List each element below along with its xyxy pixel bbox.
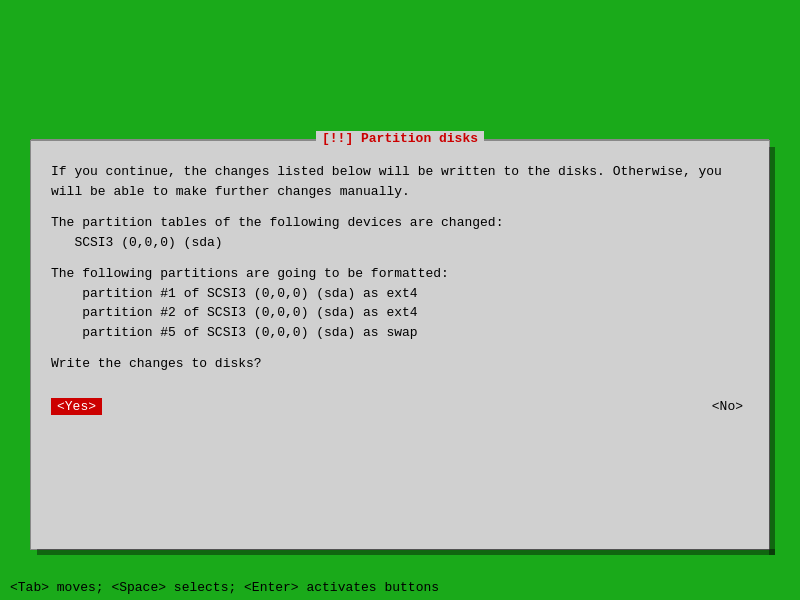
paragraph-3-line-4: partition #5 of SCSI3 (0,0,0) (sda) as s…	[51, 323, 749, 343]
status-bar: <Tab> moves; <Space> selects; <Enter> ac…	[0, 574, 800, 600]
dialog-body: If you continue, the changes listed belo…	[31, 146, 769, 549]
paragraph-3-line-2: partition #1 of SCSI3 (0,0,0) (sda) as e…	[51, 284, 749, 304]
dialog-title-bar: [!!] Partition disks	[31, 131, 769, 146]
paragraph-3-line-3: partition #2 of SCSI3 (0,0,0) (sda) as e…	[51, 303, 749, 323]
paragraph-3: The following partitions are going to be…	[51, 264, 749, 342]
dialog-box: [!!] Partition disks If you continue, th…	[30, 140, 770, 550]
paragraph-3-line-1: The following partitions are going to be…	[51, 264, 749, 284]
question-section: Write the changes to disks?	[51, 354, 749, 374]
no-button[interactable]: <No>	[706, 398, 749, 415]
buttons-row: <Yes> <No>	[51, 398, 749, 415]
yes-button[interactable]: <Yes>	[51, 398, 102, 415]
paragraph-1: If you continue, the changes listed belo…	[51, 162, 749, 201]
paragraph-1-line-1: If you continue, the changes listed belo…	[51, 162, 749, 182]
status-text: <Tab> moves; <Space> selects; <Enter> ac…	[10, 580, 439, 595]
question-text: Write the changes to disks?	[51, 354, 749, 374]
dialog-title: [!!] Partition disks	[316, 131, 484, 146]
paragraph-1-line-2: will be able to make further changes man…	[51, 182, 749, 202]
paragraph-2-line-1: The partition tables of the following de…	[51, 213, 749, 233]
paragraph-2: The partition tables of the following de…	[51, 213, 749, 252]
paragraph-2-line-2: SCSI3 (0,0,0) (sda)	[51, 233, 749, 253]
